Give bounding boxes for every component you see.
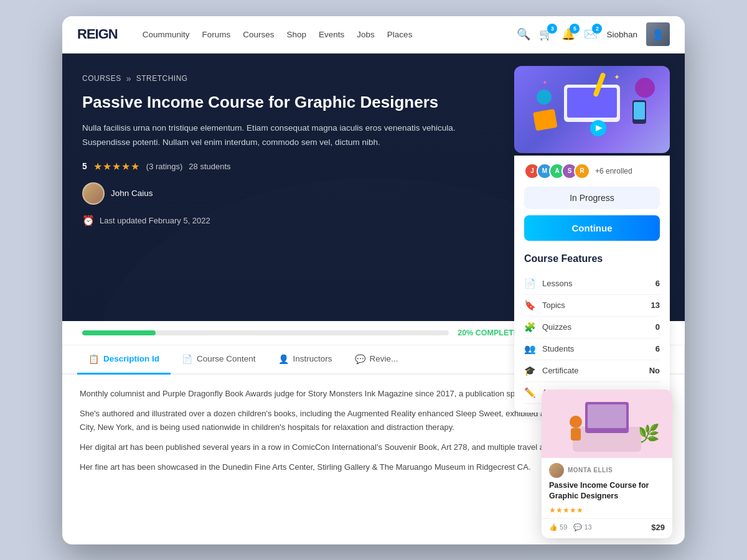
in-progress-button[interactable]: In Progress [524,187,660,209]
nav-events[interactable]: Events [319,30,344,39]
tab-description-label: Description Id [103,354,159,363]
popup-stats: 👍 59 💬 13 [549,523,592,531]
quizzes-value: 0 [655,322,660,332]
messages-button[interactable]: ✉️ 2 [584,27,598,41]
enrolled-row: J M A S R +6 enrolled [514,163,670,179]
certificate-value: No [649,366,660,375]
avatar-image: 👤 [646,22,670,46]
quizzes-label: Quizzes [542,322,571,332]
lessons-label: Lessons [542,279,572,288]
tab-course-content-label: Course Content [197,354,256,363]
navbar: REIGN Coummunity Forums Courses Shop Eve… [62,16,685,54]
popup-course-card: 🌿 MONTA ELLIS Passive Income Course for … [542,390,672,538]
students-value: 6 [655,344,660,353]
popup-author-row: MONTA ELLIS [542,458,672,480]
certificate-label: Certificate [542,366,579,375]
comment-icon: 💬 [573,523,582,531]
hero-section: COURSES » STRETCHING Passive Income Cour… [62,54,685,321]
breadcrumb-current: STRETCHING [136,74,188,83]
svg-text:✦: ✦ [542,79,547,86]
tab-reviews[interactable]: 💬 Revie... [344,345,410,375]
cart-button[interactable]: 🛒 3 [539,27,553,41]
nav-forums[interactable]: Forums [202,30,230,39]
breadcrumb-separator: » [126,73,131,83]
svg-rect-1 [567,88,617,118]
tab-instructors[interactable]: 👤 Instructors [267,345,344,375]
course-preview-image: ✦ ✦ [514,66,670,153]
topics-label: Topics [542,301,565,310]
topics-icon: 🔖 [524,300,536,311]
hero-content: COURSES » STRETCHING Passive Income Cour… [62,54,535,226]
enrolled-avatar-5: R [574,163,590,179]
description-tab-icon: 📋 [88,354,99,364]
progress-label: 20% COMPLETE [458,329,519,337]
breadcrumb-courses[interactable]: COURSES [82,74,121,83]
popup-author-name: MONTA ELLIS [568,467,613,474]
instructors-tab-icon: 👤 [278,354,289,364]
svg-rect-15 [588,404,626,428]
svg-rect-4 [634,102,645,119]
course-title: Passive Income Course for Graphic Design… [82,92,515,113]
features-list: 📄 Lessons 6 🔖 Topics 13 [524,273,660,404]
students-icon: 👥 [524,343,536,355]
site-logo: REIGN [77,26,118,42]
popup-course-title: Passive Income Course for Graphic Design… [542,480,672,506]
mail-badge: 2 [592,24,602,34]
search-button[interactable]: 🔍 [517,27,530,41]
topics-value: 13 [651,301,660,310]
author-name[interactable]: John Caius [111,189,153,198]
lessons-value: 6 [655,279,660,288]
tab-course-content[interactable]: 📄 Course Content [171,345,267,375]
course-content-tab-icon: 📄 [182,354,192,364]
feature-lessons: 📄 Lessons 6 [524,273,660,295]
svg-rect-5 [533,108,558,131]
feature-students: 👥 Students 6 [524,338,660,360]
user-name[interactable]: Siobhan [606,30,637,39]
popup-author-avatar [549,463,564,478]
popup-comments: 💬 13 [573,523,591,531]
browser-window: REIGN Coummunity Forums Courses Shop Eve… [62,16,685,544]
svg-point-6 [635,78,655,98]
author-row: John Caius [82,182,515,205]
rating-stars: ★★★★★ [93,161,140,172]
nav-jobs[interactable]: Jobs [357,30,375,39]
popup-price: $29 [651,523,665,532]
enrolled-count: +6 enrolled [595,167,632,175]
nav-links: Coummunity Forums Courses Shop Events Jo… [143,30,502,39]
popup-card-image: 🌿 [542,390,672,458]
progress-bar-fill [82,330,156,335]
svg-text:✦: ✦ [614,73,620,82]
updated-row: ⏰ Last updated February 5, 2022 [82,215,515,226]
reviews-tab-icon: 💬 [355,354,365,364]
feature-topics: 🔖 Topics 13 [524,295,660,317]
tab-instructors-label: Instructors [293,354,332,363]
tab-description[interactable]: 📋 Description Id [77,345,171,375]
course-description: Nulla facilisis urna non tristique eleme… [82,121,456,149]
nav-courses[interactable]: Courses [243,30,274,39]
course-preview-card: ✦ ✦ [514,66,670,153]
svg-point-17 [570,416,582,428]
svg-text:🌿: 🌿 [638,423,660,444]
popup-stars: ★★★★★ [542,506,672,518]
student-count: 28 students [189,162,230,171]
last-updated: Last updated February 5, 2022 [100,216,210,225]
nav-community[interactable]: Coummunity [143,30,190,39]
popup-scene: 🌿 [542,390,672,458]
progress-bar-track [82,330,449,335]
tab-reviews-label: Revie... [370,354,398,363]
nav-actions: 🔍 🛒 3 🔔 5 ✉️ 2 Siobhan 👤 [517,22,670,46]
nav-places[interactable]: Places [387,30,413,39]
nav-shop[interactable]: Shop [287,30,307,39]
cart-badge: 3 [547,24,557,34]
svg-point-7 [537,90,552,105]
features-title: Course Features [524,253,660,264]
breadcrumb: COURSES » STRETCHING [82,73,515,83]
notifications-button[interactable]: 🔔 5 [561,27,575,41]
continue-button[interactable]: Continue [524,215,660,241]
feature-certificate: 🎓 Certificate No [524,360,660,382]
author-avatar [82,182,105,205]
students-label: Students [542,344,574,353]
certificate-icon: 🎓 [524,365,536,376]
avatar[interactable]: 👤 [646,22,670,46]
clock-icon: ⏰ [82,215,95,226]
